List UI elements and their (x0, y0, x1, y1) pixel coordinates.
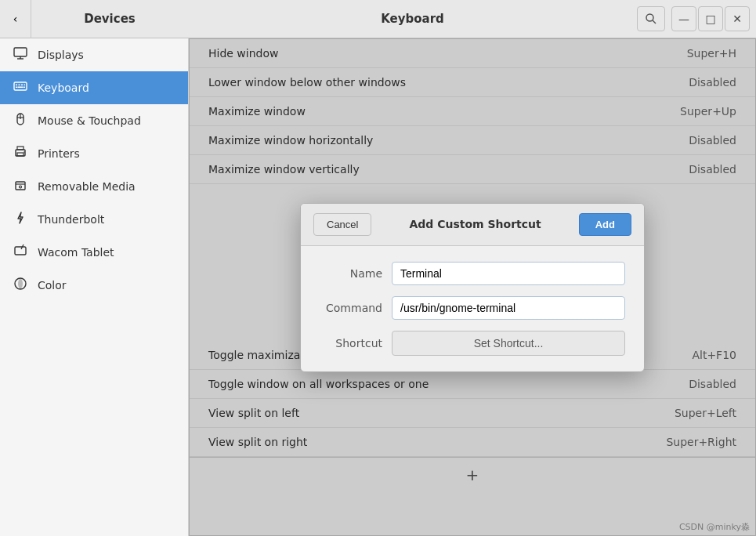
svg-rect-5 (14, 82, 27, 90)
dialog-command-field: Command (320, 296, 625, 320)
add-shortcut-dialog: Cancel Add Custom Shortcut Add Name Comm… (300, 203, 645, 372)
printers-icon (13, 145, 28, 162)
dialog-name-input[interactable] (392, 262, 625, 285)
dialog-header: Cancel Add Custom Shortcut Add (301, 204, 644, 246)
sidebar-label-displays: Displays (38, 49, 84, 61)
svg-rect-10 (16, 87, 17, 89)
svg-point-22 (20, 186, 22, 188)
maximize-button[interactable]: □ (698, 6, 723, 31)
search-icon (645, 13, 657, 25)
dialog-body: Name Command Shortcut Set Shortcut... (301, 246, 644, 371)
color-icon (13, 277, 28, 294)
sidebar-item-removable[interactable]: Removable Media (0, 170, 188, 203)
content-area: Hide window Super+H Lower window below o… (189, 38, 756, 536)
dialog-title: Add Custom Shortcut (371, 218, 578, 230)
window-title: Keyboard (188, 12, 637, 26)
search-button[interactable] (637, 6, 665, 31)
dialog-command-label: Command (320, 302, 382, 314)
displays-icon (13, 46, 28, 63)
dialog-set-shortcut-button[interactable]: Set Shortcut... (392, 331, 625, 356)
titlebar: ‹ Devices Keyboard — □ ✕ (0, 0, 756, 38)
svg-point-0 (646, 14, 653, 21)
sidebar-label-color: Color (38, 279, 67, 292)
svg-marker-23 (18, 212, 23, 223)
sidebar-label-thunderbolt: Thunderbolt (38, 213, 104, 226)
svg-rect-12 (24, 87, 25, 89)
main-layout: Displays Keyboard Mouse & Touchpad Print… (0, 38, 756, 536)
minimize-button[interactable]: — (671, 6, 696, 31)
dialog-shortcut-field: Shortcut Set Shortcut... (320, 331, 625, 356)
sidebar: Displays Keyboard Mouse & Touchpad Print… (0, 38, 189, 536)
sidebar-item-wacom[interactable]: Wacom Tablet (0, 236, 188, 269)
svg-rect-8 (21, 85, 23, 86)
back-button[interactable]: ‹ (0, 0, 31, 38)
svg-rect-24 (15, 247, 26, 255)
sidebar-item-displays[interactable]: Displays (0, 38, 188, 71)
svg-line-1 (653, 20, 656, 24)
sidebar-item-mouse[interactable]: Mouse & Touchpad (0, 104, 188, 137)
dialog-name-field: Name (320, 262, 625, 285)
sidebar-label-printers: Printers (38, 147, 80, 160)
dialog-cancel-button[interactable]: Cancel (313, 213, 371, 236)
svg-point-19 (24, 151, 25, 153)
window-controls: — □ ✕ (671, 6, 756, 31)
sidebar-item-keyboard[interactable]: Keyboard (0, 71, 188, 104)
removable-icon (13, 178, 28, 195)
sidebar-label-removable: Removable Media (38, 180, 136, 193)
svg-rect-6 (16, 85, 17, 86)
sidebar-item-printers[interactable]: Printers (0, 137, 188, 170)
keyboard-icon (13, 79, 28, 96)
close-button[interactable]: ✕ (725, 6, 750, 31)
sidebar-item-thunderbolt[interactable]: Thunderbolt (0, 203, 188, 236)
dialog-command-input[interactable] (392, 296, 625, 320)
sidebar-label-keyboard: Keyboard (38, 81, 89, 94)
dialog-overlay: Cancel Add Custom Shortcut Add Name Comm… (189, 38, 756, 536)
back-icon: ‹ (13, 13, 18, 25)
sidebar-item-color[interactable]: Color (0, 269, 188, 302)
dialog-add-button[interactable]: Add (579, 213, 631, 236)
wacom-icon (13, 244, 28, 261)
svg-rect-2 (14, 48, 27, 56)
thunderbolt-icon (13, 211, 28, 228)
dialog-name-label: Name (320, 267, 382, 280)
mouse-icon (13, 112, 28, 129)
sidebar-label-wacom: Wacom Tablet (38, 246, 114, 259)
dialog-shortcut-label: Shortcut (320, 337, 382, 349)
svg-rect-7 (19, 85, 20, 86)
svg-rect-9 (24, 85, 26, 86)
sidebar-label-mouse: Mouse & Touchpad (38, 114, 141, 127)
svg-rect-11 (18, 87, 24, 89)
section-title: Devices (31, 12, 188, 26)
